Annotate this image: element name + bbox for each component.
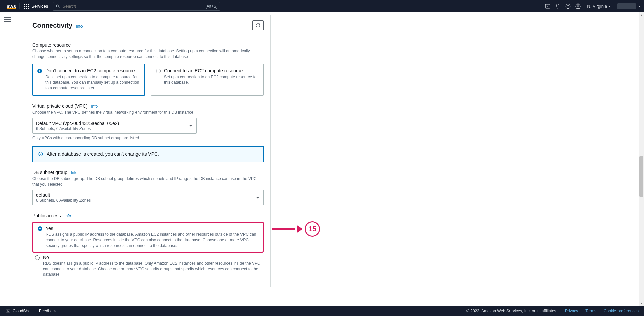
- chevron-down-icon: [608, 6, 611, 7]
- help-icon[interactable]: [563, 1, 573, 11]
- cloudshell-icon[interactable]: [543, 1, 553, 11]
- svg-point-4: [577, 5, 579, 7]
- search-input-wrapper[interactable]: [Alt+S]: [53, 2, 220, 11]
- search-shortcut-hint: [Alt+S]: [206, 4, 218, 9]
- svg-point-0: [57, 5, 59, 7]
- search-input[interactable]: [62, 4, 205, 9]
- services-grid-icon[interactable]: [24, 4, 29, 9]
- account-menu[interactable]: [617, 3, 636, 9]
- top-navigation: aws Services [Alt+S] N. Virginia: [0, 0, 644, 12]
- aws-logo[interactable]: aws: [3, 3, 20, 9]
- settings-icon[interactable]: [573, 1, 583, 11]
- notifications-icon[interactable]: [553, 1, 563, 11]
- search-icon: [56, 4, 60, 9]
- chevron-down-icon: [638, 6, 641, 7]
- services-link[interactable]: Services: [31, 4, 48, 9]
- region-selector[interactable]: N. Virginia: [583, 4, 615, 9]
- svg-line-1: [59, 7, 60, 8]
